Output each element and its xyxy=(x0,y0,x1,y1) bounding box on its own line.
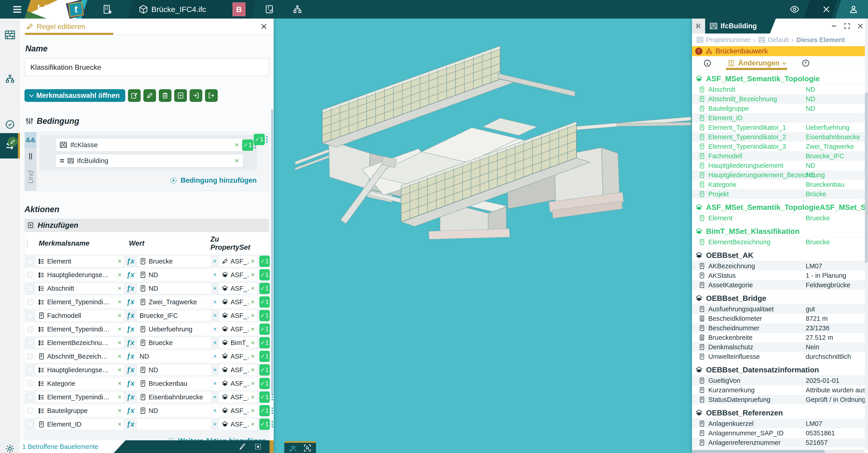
remove-condition-field-icon[interactable]: × xyxy=(235,141,239,149)
value-pill[interactable]: Ueberfuehrung xyxy=(136,323,211,335)
row-checkbox[interactable] xyxy=(27,408,33,414)
fx-formula-icon[interactable]: ƒx xyxy=(126,298,135,306)
property-row[interactable]: StatusDatenpruefung Geprüft / in Ordnung xyxy=(692,395,865,404)
propertyset-pill[interactable]: ASF_… × xyxy=(219,364,257,376)
value-pill[interactable]: Bruecke xyxy=(136,255,211,267)
edit-rule-button[interactable] xyxy=(128,89,141,102)
property-row[interactable]: Bescheidkilometer 8721 m xyxy=(692,314,865,323)
sidebar-item-rules-active[interactable] xyxy=(0,133,20,159)
clear-value-icon[interactable]: × xyxy=(213,366,217,374)
clear-name-icon[interactable]: × xyxy=(118,366,121,374)
clear-name-icon[interactable]: × xyxy=(118,353,121,360)
feature-name-pill[interactable]: Abschnitt_Bezeich… × xyxy=(35,351,124,362)
scrollbar-thumb[interactable] xyxy=(865,93,868,263)
propertyset-pill[interactable]: ASF_… × xyxy=(219,323,257,335)
rule-name-input[interactable]: Klassifikation Bruecke xyxy=(25,58,269,76)
rename-rule-button[interactable] xyxy=(144,89,156,102)
clear-value-icon[interactable]: × xyxy=(213,258,217,265)
value-pill[interactable]: Bruecke xyxy=(136,337,211,349)
action-row[interactable]: Element_Typenindi… × ƒx Ueberfuehrung × xyxy=(25,322,269,336)
action-row[interactable]: Abschnitt × ƒx ND × xyxy=(25,282,269,295)
zoom-select-icon[interactable] xyxy=(303,444,311,452)
row-checkbox[interactable] xyxy=(27,299,33,305)
condition-value-row[interactable]: = IfcBuilding × xyxy=(56,154,243,167)
property-group-header[interactable]: ASF_MSet_Semantik_TopologieASF_MSet_Sema… xyxy=(692,202,865,213)
fx-formula-icon[interactable]: ƒx xyxy=(126,407,135,415)
property-row[interactable]: GueltigVon 2025-01-01 xyxy=(692,376,865,385)
select-all-checkbox[interactable] xyxy=(27,239,28,248)
element-type-tab[interactable]: IfcBuilding xyxy=(705,19,776,33)
open-file-name[interactable]: Brücke_IFC4.ifc xyxy=(151,0,206,19)
fx-formula-icon[interactable]: ƒx xyxy=(126,393,135,401)
row-checkbox[interactable] xyxy=(27,394,33,400)
propertyset-pill[interactable]: ASF_… × xyxy=(219,418,257,430)
bimt-logo[interactable]: bim t xyxy=(26,0,91,19)
propertyset-pill[interactable]: ASF_… × xyxy=(219,351,257,362)
project-building-icon[interactable] xyxy=(102,0,112,19)
action-row[interactable]: Element_ID × ƒx × xyxy=(25,417,269,431)
horizontal-scrollbar[interactable] xyxy=(692,450,865,453)
clear-propertyset-icon[interactable]: × xyxy=(251,421,255,428)
row-checkbox[interactable] xyxy=(27,313,33,319)
propertyset-pill[interactable]: ASF_… × xyxy=(219,283,257,294)
action-row[interactable]: Fachmodell × ƒx Bruecke_IFC × xyxy=(25,309,269,322)
clear-propertyset-icon[interactable]: × xyxy=(251,285,255,292)
clear-value-icon[interactable]: × xyxy=(213,380,217,387)
clear-name-icon[interactable]: × xyxy=(118,285,121,292)
clear-value-icon[interactable]: × xyxy=(213,299,217,305)
property-row[interactable]: AssetKategorie Feldwegbrücke xyxy=(692,280,865,290)
property-group-header[interactable]: OEBBset_Datensatzinformation xyxy=(692,364,865,376)
property-row[interactable]: Element_Typenindikator_2 Eisenbahnbrueck… xyxy=(692,132,865,142)
property-row[interactable]: Hauptgliederungselement_Bezeichnung ND xyxy=(692,170,865,180)
close-file-icon[interactable] xyxy=(822,0,831,19)
model-badge[interactable]: B xyxy=(232,2,246,16)
fx-formula-icon[interactable]: ƒx xyxy=(126,366,135,374)
sidebar-item-structure[interactable] xyxy=(0,69,20,89)
propertyset-pill[interactable]: ASF_… × xyxy=(219,255,257,267)
value-pill[interactable]: ND xyxy=(136,364,211,376)
clear-name-icon[interactable]: × xyxy=(118,380,121,387)
property-row[interactable]: Element_ID xyxy=(692,113,865,123)
value-pill[interactable]: Brueckenbau xyxy=(136,378,211,389)
propertyset-pill[interactable]: ASF_… × xyxy=(219,391,257,403)
maximize-icon[interactable] xyxy=(843,23,851,30)
clear-name-icon[interactable]: × xyxy=(118,258,121,265)
propertyset-pill[interactable]: ASF_… × xyxy=(219,310,257,321)
row-checkbox[interactable] xyxy=(27,367,33,373)
fx-formula-icon[interactable]: ƒx xyxy=(126,284,135,292)
row-menu-icon[interactable] xyxy=(272,421,273,427)
feature-name-pill[interactable]: Element_Typenindi… × xyxy=(35,391,124,403)
feature-name-pill[interactable]: Element_ID × xyxy=(35,418,124,430)
property-group-header[interactable]: OEBBset_Referenzen xyxy=(692,408,865,419)
property-row[interactable]: Anlagenreferenznummer 521657 xyxy=(692,438,865,447)
propertyset-pill[interactable]: ASF_… × xyxy=(219,269,257,281)
clear-propertyset-icon[interactable]: × xyxy=(251,299,255,305)
clear-value-icon[interactable]: × xyxy=(213,271,217,279)
sidebar-item-elements[interactable] xyxy=(0,25,20,45)
property-row[interactable]: Kategorie Brueckenbau xyxy=(692,180,865,189)
clear-value-icon[interactable]: × xyxy=(213,421,217,428)
fx-formula-icon[interactable]: ƒx xyxy=(126,325,135,333)
breadcrumb-default[interactable]: Default xyxy=(768,36,789,44)
structure-icon[interactable] xyxy=(293,0,302,19)
action-row[interactable]: Element_Typenindi… × ƒx Eisenbahnbruecke… xyxy=(25,390,269,404)
property-group-header[interactable]: ASF_MSet_Semantik_Topologie xyxy=(692,73,865,85)
fx-formula-icon[interactable]: ƒx xyxy=(126,271,135,279)
tab-info-icon[interactable] xyxy=(703,59,711,67)
property-row[interactable]: Element_Typenindikator_3 Zwei_Tragwerke xyxy=(692,142,865,151)
property-row[interactable]: Ausfuehrungsqualitaet gut xyxy=(692,304,865,314)
clear-name-icon[interactable]: × xyxy=(118,407,121,414)
action-row[interactable]: Hauptgliederungse… × ƒx ND × xyxy=(25,268,269,282)
propertyset-pill[interactable]: ASF_… × xyxy=(219,405,257,417)
property-row[interactable]: Bescheidnummer 23/1236 xyxy=(692,323,865,333)
value-pill[interactable]: Zwei_Tragwerke xyxy=(136,296,211,308)
clear-propertyset-icon[interactable]: × xyxy=(251,353,255,360)
property-row[interactable]: Projekt Brücke xyxy=(692,189,865,199)
value-pill[interactable]: ND xyxy=(136,351,211,362)
condition-field-row[interactable]: IfcKlasse × 1 xyxy=(56,138,243,152)
clear-propertyset-icon[interactable]: × xyxy=(251,380,255,387)
collapse-panel-icon[interactable] xyxy=(692,19,705,33)
user-account-icon[interactable] xyxy=(848,0,859,19)
row-menu-icon[interactable] xyxy=(272,394,273,400)
visibility-icon[interactable] xyxy=(789,0,800,19)
